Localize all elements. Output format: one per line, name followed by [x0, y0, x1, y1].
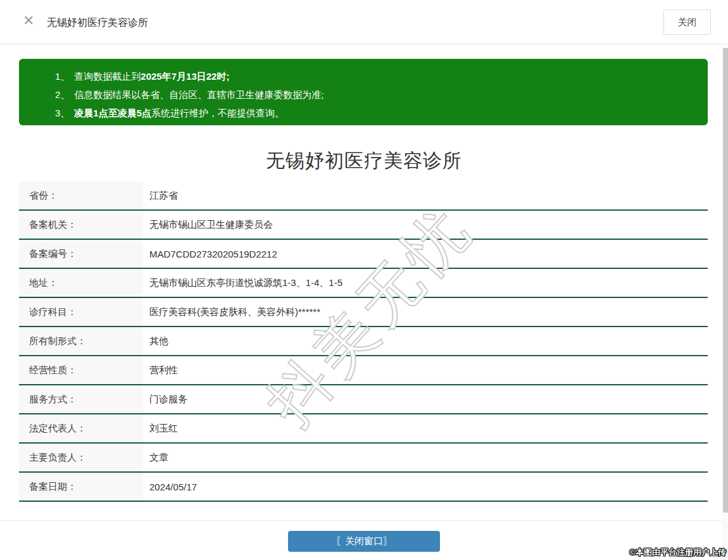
table-row: 服务方式：门诊服务: [19, 385, 708, 414]
close-x-icon[interactable]: ✕: [23, 14, 34, 28]
notice-item: 1、查询数据截止到2025年7月13日22时;: [55, 67, 695, 85]
field-value: 其他: [143, 327, 168, 355]
table-row: 法定代表人：刘玉红: [19, 414, 708, 444]
field-label: 主要负责人：: [19, 444, 143, 471]
field-value: 文章: [143, 444, 168, 471]
table-row: 诊疗科目：医疗美容科(美容皮肤科、美容外科)******: [19, 298, 708, 327]
field-value: 刘玉红: [143, 414, 178, 442]
notice-box: 1、查询数据截止到2025年7月13日22时;2、信息数据结果以各省、自治区、直…: [19, 59, 708, 125]
table-row: 主要负责人：文章: [19, 444, 708, 473]
table-row: 备案机关：无锡市锡山区卫生健康委员会: [19, 211, 708, 240]
field-value: 无锡市锡山区卫生健康委员会: [143, 211, 273, 239]
page-title: 无锡妤初医疗美容诊所: [0, 148, 728, 174]
field-value: 门诊服务: [143, 385, 187, 413]
info-table: 省份：江苏省备案机关：无锡市锡山区卫生健康委员会备案编号：MAD7CDD2732…: [19, 182, 708, 502]
field-label: 法定代表人：: [19, 414, 143, 442]
field-value: MAD7CDD2732020519D2212: [143, 240, 277, 268]
field-label: 所有制形式：: [19, 327, 143, 355]
copyright-text: ©本图由平台注册用户上传: [629, 547, 726, 558]
scrollbar-thumb[interactable]: [723, 48, 728, 513]
table-row: 所有制形式：其他: [19, 327, 708, 356]
notice-item: 3、凌晨1点至凌晨5点系统进行维护，不能提供查询。: [55, 104, 695, 122]
close-button[interactable]: 关闭: [663, 9, 711, 35]
table-row: 经营性质：营利性: [19, 356, 708, 385]
table-row: 备案编号：MAD7CDD2732020519D2212: [19, 240, 708, 269]
field-value: 江苏省: [143, 182, 178, 209]
field-value: 营利性: [143, 356, 178, 384]
field-label: 省份：: [19, 182, 143, 209]
notice-item: 2、信息数据结果以各省、自治区、直辖市卫生健康委数据为准;: [55, 85, 695, 104]
table-row: 备案日期：2024/05/17: [19, 473, 708, 502]
window-title: 无锡妤初医疗美容诊所: [47, 16, 148, 30]
table-row: 省份：江苏省: [19, 182, 708, 211]
field-label: 备案日期：: [19, 473, 143, 501]
field-value: 无锡市锡山区东亭街道悦诚源筑1-3、1-4、1-5: [143, 269, 342, 297]
field-label: 备案编号：: [19, 240, 143, 268]
field-value: 医疗美容科(美容皮肤科、美容外科)******: [143, 298, 320, 326]
close-window-button[interactable]: 〖关闭窗口〗: [288, 531, 440, 552]
field-value: 2024/05/17: [143, 473, 197, 501]
field-label: 经营性质：: [19, 356, 143, 384]
top-bar: ✕ 无锡妤初医疗美容诊所 关闭: [0, 0, 728, 44]
field-label: 服务方式：: [19, 385, 143, 413]
table-row: 地址：无锡市锡山区东亭街道悦诚源筑1-3、1-4、1-5: [19, 269, 708, 298]
field-label: 诊疗科目：: [19, 298, 143, 326]
field-label: 地址：: [19, 269, 143, 297]
field-label: 备案机关：: [19, 211, 143, 239]
footer-bar: 〖关闭窗口〗: [0, 520, 728, 560]
